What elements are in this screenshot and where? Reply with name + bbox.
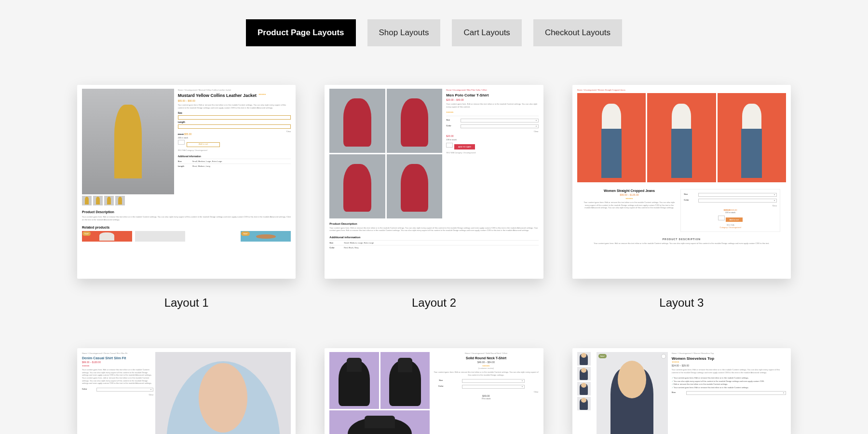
rating-stars: ★★★★★ bbox=[583, 197, 676, 200]
length-select bbox=[178, 124, 291, 129]
breadcrumb: Home / Uncategorized / Solid Round Neck … bbox=[434, 352, 538, 354]
product-image bbox=[329, 89, 385, 153]
breadcrumb: Home » Uncategorized » Women Sleeveless … bbox=[672, 352, 786, 354]
add-to-cart-button: Add to cart bbox=[187, 142, 220, 147]
preview-layout-4: Home » Uncategorized » Denim Casual Shir… bbox=[77, 348, 296, 434]
breadcrumb: Home / Uncategorized / Mustard Yellow Co… bbox=[178, 89, 291, 91]
description: Your content goes here. Edit or remove t… bbox=[583, 201, 676, 209]
tab-cart-layouts[interactable]: Cart Layouts bbox=[452, 19, 521, 46]
color-select bbox=[462, 385, 525, 389]
size-select bbox=[461, 119, 538, 122]
thumb bbox=[577, 352, 591, 366]
breadcrumb: Home / Uncategorized / Men Polo Collar T… bbox=[446, 89, 538, 91]
related-item: Sale! bbox=[82, 231, 132, 242]
thumb bbox=[577, 397, 591, 410]
rating-stars: ★★★★★ bbox=[258, 93, 266, 95]
product-title: Mustard Yellow Collins Leather Jacket bbox=[178, 93, 257, 98]
thumb-strip bbox=[577, 352, 591, 434]
preview-layout-1: Sale! Home / Uncategorized / Mus bbox=[77, 85, 296, 279]
price: $24.00 – $29.00 bbox=[672, 364, 786, 367]
thumb bbox=[115, 196, 125, 205]
product-title: Solid Round Neck T-Shirt bbox=[434, 356, 538, 360]
tab-shop-layouts[interactable]: Shop Layouts bbox=[367, 19, 441, 46]
description: Your content goes here. Edit or remove t… bbox=[446, 103, 538, 108]
product-description-heading: Product Description bbox=[82, 210, 291, 214]
product-image bbox=[329, 410, 430, 434]
thumb bbox=[104, 196, 114, 205]
product-image bbox=[329, 352, 379, 409]
product-image bbox=[329, 154, 385, 218]
product-description-text: Your content goes here. Edit or remove t… bbox=[577, 242, 786, 245]
related-item bbox=[135, 231, 185, 242]
product-image bbox=[82, 89, 174, 194]
addl-info-heading: Additional information bbox=[329, 236, 538, 239]
clear-link: Clear bbox=[434, 391, 538, 393]
product-image bbox=[577, 93, 646, 182]
clear-link: Clear bbox=[684, 204, 777, 207]
clear-link: Clear bbox=[446, 130, 538, 133]
card-layout-3[interactable]: Home / Uncategorized / Women Straight Cr… bbox=[572, 85, 791, 310]
preview-layout-5: Home / Uncategorized / Solid Round Neck … bbox=[325, 348, 543, 434]
price: $99.00 – $135.00 bbox=[583, 193, 676, 196]
product-image bbox=[155, 352, 291, 434]
price: $99.00 – $130.00 bbox=[82, 361, 153, 364]
breadcrumb: Home / Uncategorized / Women Straight Cr… bbox=[577, 89, 786, 91]
rating-stars: ★★★★★ bbox=[82, 365, 153, 367]
card-layout-1[interactable]: Sale! Home / Uncategorized / Mus bbox=[77, 85, 296, 310]
stock: 79 in stock bbox=[434, 397, 538, 400]
description: Your content goes here. Edit or remove t… bbox=[82, 368, 153, 385]
related-heading: Related products bbox=[82, 226, 291, 229]
price: $55.00 – $90.00 bbox=[178, 99, 291, 102]
rating-stars: ★★★★★ bbox=[446, 111, 538, 113]
product-image bbox=[647, 93, 716, 182]
clear-link: Clear bbox=[82, 393, 153, 396]
product-image bbox=[718, 93, 786, 182]
zoom-icon bbox=[661, 354, 666, 359]
product-title: Denim Casual Shirt Slim Fit bbox=[82, 356, 153, 360]
description: Your content goes here. Edit or remove t… bbox=[434, 371, 538, 376]
related-item bbox=[188, 231, 238, 242]
description: Your content goes here. Edit or remove t… bbox=[178, 104, 291, 109]
product-image bbox=[387, 154, 443, 218]
stock: 220 in stock bbox=[446, 138, 538, 141]
add-to-cart-button: ADD TO CART bbox=[454, 144, 475, 149]
size-select bbox=[462, 379, 525, 383]
product-image bbox=[380, 352, 430, 409]
size-select bbox=[178, 115, 291, 120]
description: Your content goes here. Edit or remove t… bbox=[672, 368, 786, 374]
product-description-text: Your content goes here. Edit or remove t… bbox=[329, 227, 538, 232]
stock: 220 in stock bbox=[178, 136, 291, 139]
qty-input bbox=[718, 216, 725, 220]
sale-badge: Sale! bbox=[598, 354, 607, 358]
color-select bbox=[698, 199, 777, 203]
qty-input bbox=[446, 143, 453, 148]
price: $20.00 – $40.00 bbox=[446, 98, 538, 101]
card-layout-4[interactable]: Home » Uncategorized » Denim Casual Shir… bbox=[77, 348, 296, 434]
preview-layout-6: Sale! Home » Uncategorized » Women Sleev… bbox=[572, 348, 791, 434]
card-layout-6[interactable]: Sale! Home » Uncategorized » Women Sleev… bbox=[572, 348, 791, 434]
product-title: Women Straight Cropped Jeans bbox=[583, 189, 676, 192]
card-layout-2[interactable]: Home / Uncategorized / Men Polo Collar T… bbox=[325, 85, 543, 310]
related-item: Sale! bbox=[241, 231, 291, 242]
size-select bbox=[686, 391, 786, 395]
preview-layout-3: Home / Uncategorized / Women Straight Cr… bbox=[572, 85, 791, 279]
product-image: Sale! bbox=[597, 352, 668, 434]
add-to-cart-button: Add to cart bbox=[726, 217, 743, 222]
color-select bbox=[96, 388, 153, 392]
tab-product-page-layouts[interactable]: Product Page Layouts bbox=[246, 19, 355, 46]
product-description-text: Your content goes here. Edit or remove t… bbox=[82, 216, 291, 221]
thumb bbox=[82, 196, 92, 205]
tab-checkout-layouts[interactable]: Checkout Layouts bbox=[533, 19, 622, 46]
product-title: Women Sleeveless Top bbox=[672, 356, 786, 361]
size-select bbox=[698, 193, 777, 197]
preview-layout-2: Home / Uncategorized / Men Polo Collar T… bbox=[325, 85, 543, 279]
thumb bbox=[93, 196, 103, 205]
card-layout-5[interactable]: Home / Uncategorized / Solid Round Neck … bbox=[325, 348, 543, 434]
rating-stars: ★★★★★ bbox=[672, 361, 786, 363]
size-label: Size bbox=[178, 112, 291, 114]
price: $49.00 – $54.00 bbox=[434, 361, 538, 364]
sku: SKU N/A Category: Uncategorized bbox=[446, 151, 538, 154]
card-label: Layout 3 bbox=[659, 296, 704, 310]
product-title: Men Polo Collar T-Shirt bbox=[446, 93, 538, 97]
product-image bbox=[387, 89, 443, 153]
